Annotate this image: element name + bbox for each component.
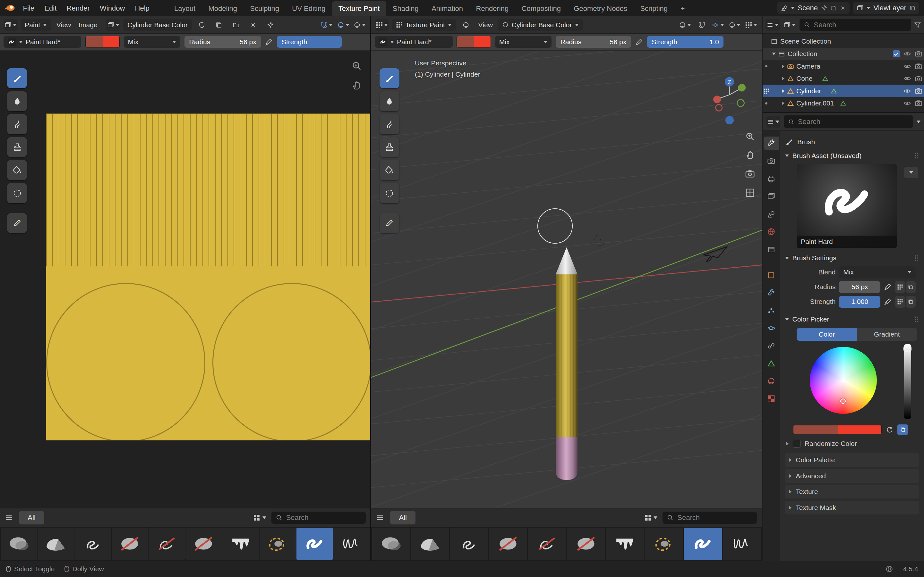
viewport-ortho-toggle-icon[interactable]	[745, 188, 755, 198]
paint-mask-button[interactable]	[459, 19, 473, 31]
tab-animation[interactable]: Animation	[425, 1, 469, 16]
viewport-strength-slider[interactable]: Strength1.0	[647, 36, 724, 48]
expand-arrow-icon[interactable]	[782, 64, 784, 68]
outliner-row-camera[interactable]: Camera	[762, 60, 924, 73]
scene-copy-icon[interactable]	[830, 5, 837, 11]
texture-canvas[interactable]	[46, 113, 371, 440]
viewport-view-menu[interactable]: View	[476, 21, 495, 29]
tool-smear[interactable]	[380, 114, 399, 134]
tab-world[interactable]	[764, 225, 779, 238]
object-label[interactable]: Cylinder	[796, 87, 821, 95]
image-zoom-gizmo-icon[interactable]	[351, 61, 362, 71]
strength-texture-button[interactable]	[895, 296, 905, 308]
image-brush-selector[interactable]: Paint Hard*	[3, 36, 81, 48]
brush-asset-erase-scribble[interactable]	[149, 528, 185, 560]
brush-asset-erase-hard[interactable]	[567, 528, 605, 560]
image-browse-button[interactable]	[106, 19, 120, 31]
scene-selector[interactable]: Scene	[777, 2, 850, 15]
expand-arrow-icon[interactable]	[782, 77, 784, 81]
panel-grip-icon[interactable]	[914, 254, 919, 262]
brush-asset-erase-hard[interactable]	[186, 528, 222, 560]
tab-material[interactable]	[764, 374, 779, 388]
secondary-color-swatch[interactable]	[838, 425, 881, 434]
scene-collection-label[interactable]: Scene Collection	[780, 37, 831, 45]
radius-pressure-icon[interactable]	[884, 283, 892, 291]
randomize-color-checkbox[interactable]	[793, 440, 800, 448]
shelf-tab-all[interactable]: All	[390, 511, 416, 524]
outliner-row-cylinder-selected[interactable]: Cylinder	[762, 85, 924, 97]
menu-file[interactable]: File	[18, 0, 39, 16]
hide-eye-icon[interactable]	[903, 99, 911, 107]
brush-asset-scribble[interactable]	[450, 528, 488, 560]
editor-type-button[interactable]	[375, 19, 389, 31]
duplicate-image-icon[interactable]	[212, 19, 226, 31]
menu-help[interactable]: Help	[130, 0, 154, 16]
menu-render[interactable]: Render	[62, 0, 95, 16]
navigation-gizmo[interactable]: Z	[710, 75, 749, 114]
disable-render-icon[interactable]	[915, 87, 922, 95]
viewport-shading-button[interactable]	[744, 19, 758, 31]
gizmo-orbit-dot[interactable]	[725, 116, 734, 124]
image-view-menu[interactable]: View	[54, 21, 73, 29]
tab-particles[interactable]	[764, 304, 779, 318]
image-datablock-name[interactable]: Cylinder Base Color	[123, 19, 192, 31]
viewport-overlays-button[interactable]	[727, 19, 741, 31]
unified-color-button[interactable]	[897, 424, 908, 435]
outliner-row-cone[interactable]: Cone	[762, 73, 924, 85]
color-tab[interactable]: Color	[796, 328, 857, 341]
tab-texture-paint[interactable]: Texture Paint	[332, 1, 386, 16]
hide-eye-icon[interactable]	[903, 50, 911, 58]
tool-soften[interactable]	[7, 91, 27, 111]
disable-render-icon[interactable]	[915, 99, 922, 107]
tab-tool[interactable]	[764, 137, 779, 150]
swap-colors-icon[interactable]	[886, 426, 893, 434]
viewport-3d-view[interactable]: User Perspective (1) Cylinder | Cylinder…	[371, 51, 762, 508]
tool-draw[interactable]	[7, 68, 27, 88]
viewport-blend-dropdown[interactable]: Mix	[495, 36, 551, 48]
disable-render-icon[interactable]	[915, 75, 922, 82]
tab-sculpting[interactable]: Sculpting	[244, 1, 286, 16]
tool-fill[interactable]	[7, 160, 27, 180]
outliner-row-cylinder-001[interactable]: Cylinder.001	[762, 97, 924, 110]
brush-color-swatches[interactable]	[457, 36, 491, 48]
gradient-tab[interactable]: Gradient	[857, 328, 917, 341]
strength-pressure-icon[interactable]	[884, 298, 892, 306]
image-mode-dropdown[interactable]: Paint	[21, 19, 51, 31]
filter-icon[interactable]	[914, 21, 921, 29]
scene-browse-icon[interactable]	[781, 5, 788, 11]
panel-color-palette[interactable]: Color Palette	[785, 453, 919, 467]
tab-render[interactable]	[764, 154, 779, 168]
brush-asset-paint-hard-selected[interactable]	[684, 528, 722, 560]
hide-eye-icon[interactable]	[903, 63, 911, 70]
tab-output[interactable]	[764, 172, 779, 185]
outliner-search[interactable]	[800, 19, 911, 31]
value-slider[interactable]	[904, 344, 911, 418]
shelf-search-input[interactable]	[677, 514, 753, 522]
falloff-button[interactable]	[678, 19, 692, 31]
tab-physics[interactable]	[764, 322, 779, 335]
radius-pressure-icon[interactable]	[635, 38, 643, 46]
tab-geometry-nodes[interactable]: Geometry Nodes	[567, 1, 634, 16]
tool-mask[interactable]	[7, 183, 27, 203]
snap-button[interactable]	[695, 19, 709, 31]
panel-grip-icon[interactable]	[914, 316, 919, 323]
pin-icon[interactable]	[263, 19, 277, 31]
image-strength-slider[interactable]: Strength	[277, 36, 342, 48]
brush-asset-blur[interactable]	[411, 528, 449, 560]
gizmo-x-axis[interactable]	[713, 95, 721, 103]
disable-render-icon[interactable]	[915, 63, 922, 70]
tab-uv-editing[interactable]: UV Editing	[286, 1, 332, 16]
radius-unified-button[interactable]	[906, 281, 916, 293]
secondary-color-swatch[interactable]	[103, 36, 120, 47]
tab-texture[interactable]	[764, 392, 779, 406]
viewport-mode-dropdown[interactable]: Texture Paint	[392, 19, 456, 31]
viewport-zoom-icon[interactable]	[745, 131, 755, 141]
tab-compositing[interactable]: Compositing	[515, 1, 567, 16]
network-status-icon[interactable]	[885, 565, 893, 573]
shelf-display-mode-button[interactable]	[252, 512, 267, 524]
proportional-edit-button[interactable]	[711, 19, 725, 31]
tab-modeling[interactable]: Modeling	[202, 1, 244, 16]
brush-color-swatches[interactable]	[86, 36, 120, 48]
gizmo-y-neg-axis[interactable]	[737, 99, 744, 106]
open-image-icon[interactable]	[229, 19, 243, 31]
